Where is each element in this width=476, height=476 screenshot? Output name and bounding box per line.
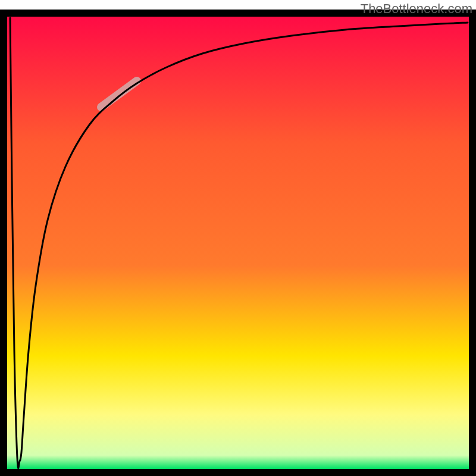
gradient-chart (0, 0, 476, 476)
plot-background (7, 17, 469, 469)
chart-container: TheBottleneck.com (0, 0, 476, 476)
watermark-text: TheBottleneck.com (361, 1, 472, 17)
